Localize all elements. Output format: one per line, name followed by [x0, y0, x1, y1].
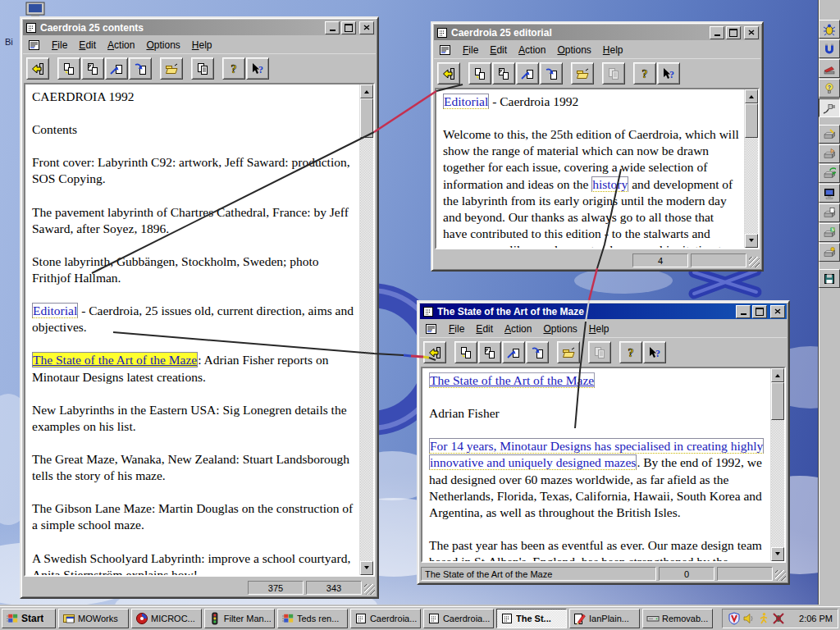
menu-options[interactable]: Options — [537, 322, 582, 336]
taskbar-button-the-st[interactable]: The St... — [496, 609, 567, 628]
back-button[interactable] — [423, 341, 446, 363]
taskbar-button-ianplain[interactable]: IanPlain... — [569, 609, 640, 628]
link-out-button[interactable] — [105, 57, 128, 80]
help-button[interactable] — [619, 341, 642, 363]
vshield-tray-icon[interactable] — [728, 612, 741, 625]
link-in-button[interactable] — [540, 62, 563, 84]
taskbar-button-caerdroia[interactable]: Caerdroia... — [423, 609, 494, 628]
menu-file[interactable]: File — [443, 322, 470, 336]
minimize-button[interactable] — [736, 305, 751, 318]
idea-button[interactable] — [819, 79, 840, 98]
menu-help[interactable]: Help — [597, 43, 629, 57]
menu-help[interactable]: Help — [186, 38, 218, 52]
scrollbar-track[interactable] — [745, 103, 758, 234]
resize-grip[interactable] — [749, 257, 760, 267]
titlebar[interactable]: The State of the Art of the Maze — [420, 304, 787, 319]
scrollbar-thumb[interactable] — [771, 382, 784, 420]
magnet-button[interactable] — [819, 39, 840, 58]
desktop-icon-label[interactable]: Bi — [5, 37, 13, 47]
drive-network-button[interactable] — [819, 223, 840, 242]
scroll-down-button[interactable] — [360, 561, 373, 575]
copy-doc-button[interactable] — [588, 341, 611, 363]
scroll-up-button[interactable] — [360, 84, 373, 98]
window-system-icon[interactable] — [422, 305, 435, 318]
close-button[interactable] — [770, 305, 785, 318]
copy-doc-button[interactable] — [191, 57, 214, 80]
titlebar[interactable]: Caerdroia 25 editorial — [434, 25, 760, 40]
maximize-button[interactable] — [341, 21, 356, 34]
start-button[interactable]: Start — [2, 609, 56, 628]
link[interactable]: The State of the Art of the Maze — [32, 352, 198, 368]
help-button[interactable] — [222, 57, 245, 80]
replace-pages-button[interactable] — [478, 341, 501, 363]
copy-pages-button[interactable] — [468, 62, 491, 84]
back-button[interactable] — [437, 62, 460, 84]
scheduler-tray-icon[interactable] — [757, 612, 770, 625]
scroll-down-button[interactable] — [745, 234, 758, 248]
link-in-button[interactable] — [129, 57, 152, 80]
disk-doc-button[interactable] — [819, 203, 840, 222]
menu-options[interactable]: Options — [551, 43, 596, 57]
scroll-up-button[interactable] — [745, 89, 758, 103]
clock[interactable]: 2:06 PM — [799, 614, 833, 623]
document-menu-icon[interactable] — [422, 322, 441, 336]
drive-archive-button[interactable] — [819, 243, 840, 262]
link-in-button[interactable] — [526, 341, 549, 363]
floppy-button[interactable] — [819, 269, 840, 288]
copy-pages-button[interactable] — [454, 341, 477, 363]
help-button[interactable] — [633, 62, 656, 84]
menu-action[interactable]: Action — [513, 43, 551, 57]
taskbar-button-filter-man[interactable]: Filter Man... — [204, 609, 275, 628]
menu-action[interactable]: Action — [102, 38, 140, 52]
context-help-button[interactable] — [246, 57, 269, 80]
link[interactable]: history — [591, 176, 628, 192]
link-out-button[interactable] — [502, 341, 525, 363]
scroll-down-button[interactable] — [771, 547, 784, 561]
taskbar-button-moworks[interactable]: MOWorks — [58, 609, 129, 628]
stapler-button[interactable] — [819, 59, 840, 78]
menu-options[interactable]: Options — [140, 38, 185, 52]
resize-grip[interactable] — [775, 570, 786, 581]
menu-file[interactable]: File — [457, 43, 484, 57]
link[interactable]: Editorial — [443, 94, 489, 109]
window-system-icon[interactable] — [25, 21, 38, 34]
document-menu-icon[interactable] — [25, 38, 44, 52]
link[interactable]: The State of the Art of the Maze — [429, 372, 595, 388]
context-help-button[interactable] — [643, 341, 666, 363]
taskbar-button-microc[interactable]: MICROC... — [131, 609, 202, 628]
resize-grip[interactable] — [364, 584, 375, 595]
document-menu-icon[interactable] — [436, 43, 455, 57]
link-out-button[interactable] — [516, 62, 539, 84]
scrollbar-thumb[interactable] — [745, 103, 758, 138]
minimize-button[interactable] — [710, 26, 724, 39]
vertical-scrollbar[interactable] — [359, 84, 373, 575]
window-system-icon[interactable] — [436, 26, 449, 39]
maximize-button[interactable] — [726, 26, 741, 39]
display-button[interactable] — [819, 184, 840, 203]
menu-edit[interactable]: Edit — [470, 322, 499, 336]
taskbar-button-teds-ren[interactable]: Teds ren... — [277, 609, 348, 628]
menu-edit[interactable]: Edit — [73, 38, 102, 52]
menu-file[interactable]: File — [46, 38, 73, 52]
context-help-button[interactable] — [657, 62, 680, 84]
close-button[interactable] — [744, 26, 759, 39]
menu-edit[interactable]: Edit — [484, 43, 513, 57]
copy-doc-button[interactable] — [602, 62, 625, 84]
minimize-button[interactable] — [325, 21, 340, 34]
back-button[interactable] — [26, 57, 49, 80]
copy-pages-button[interactable] — [57, 57, 80, 80]
connect-button[interactable] — [819, 98, 840, 117]
taskbar-button-caerdroia[interactable]: Caerdroia... — [350, 609, 421, 628]
bug-button[interactable] — [819, 20, 840, 39]
taskbar-button-removab[interactable]: Removab... — [642, 609, 713, 628]
close-button[interactable] — [359, 21, 374, 34]
vertical-scrollbar[interactable] — [770, 368, 784, 561]
scroll-up-button[interactable] — [771, 368, 784, 382]
scrollbar-thumb[interactable] — [360, 98, 373, 138]
titlebar[interactable]: Caerdroia 25 contents — [23, 20, 376, 35]
disk-write-button[interactable] — [819, 125, 840, 144]
disk-eject-button[interactable] — [819, 144, 840, 163]
virus-tray-icon[interactable] — [772, 612, 785, 625]
maximize-button[interactable] — [752, 305, 767, 318]
menu-action[interactable]: Action — [499, 322, 537, 336]
